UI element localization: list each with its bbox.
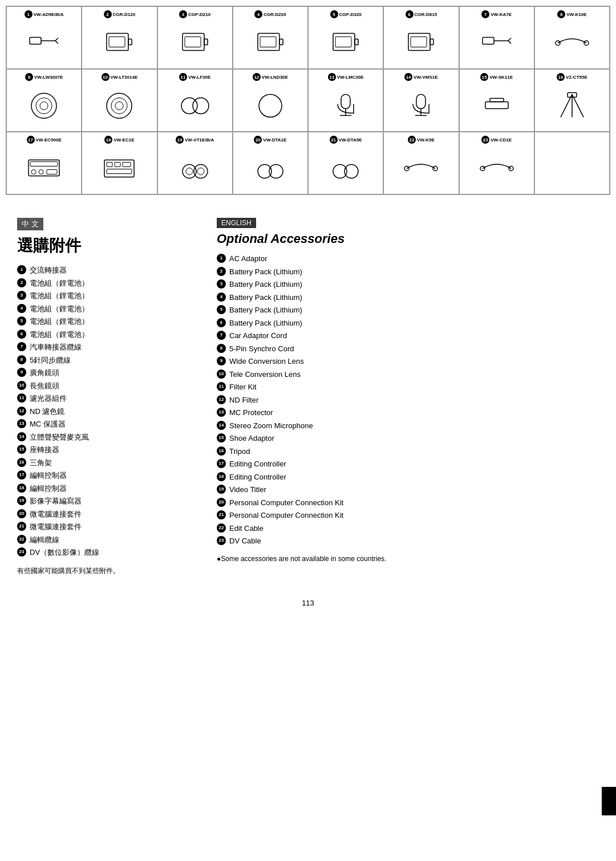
list-item: 21微電腦連接套件 [17,521,200,533]
item-number: 15 [17,445,26,454]
svg-point-32 [193,98,209,113]
title-zh: 選購附件 [17,235,200,257]
svg-rect-37 [416,94,425,108]
product-cell: 23 VW-CD1E [459,132,534,194]
product-number: 6 [406,10,414,18]
item-text-en: Tripod [229,446,250,457]
item-text-zh: 編輯控制器 [30,470,67,481]
list-item: 3電池組（鋰電池） [17,290,200,302]
svg-point-29 [111,98,127,113]
item-text-en: Editing Controller [229,458,286,470]
product-code: VW-CD1E [491,137,512,143]
title-en: Optional Accessories [217,232,599,246]
list-item: 23DV（數位影像）纜線 [17,547,200,558]
item-text-en: Filter Kit [229,381,257,393]
product-number: 8 [557,10,565,18]
svg-rect-8 [204,39,208,44]
item-number: 7 [217,331,226,340]
product-code: VW-DTA1E [263,137,286,143]
item-text-zh: 影像字幕編寫器 [30,496,82,507]
product-number: 4 [254,10,262,18]
product-code: VW-LMC30E [337,75,364,80]
product-image [386,21,456,65]
list-item: 2Battery Pack (Lithium) [217,266,599,278]
product-image [311,21,380,65]
item-number: 18 [17,484,26,493]
svg-point-33 [259,94,282,117]
product-label: 14 VW-VMS1E [404,73,438,81]
svg-point-28 [107,93,132,118]
product-code: VW-K10E [566,12,586,17]
item-text-en: MC Protector [229,407,273,419]
product-code: VW-VT1E/B/A [185,137,214,143]
item-text-zh: 編輯控制器 [30,483,67,494]
product-cell: 16 VZ-CT55E [534,69,610,132]
product-cell: 8 VW-K10E [534,6,610,69]
item-number: 12 [17,407,26,416]
svg-rect-12 [260,36,276,47]
product-code: VW-LF30E [188,75,210,80]
product-image [160,83,230,128]
item-number: 1 [217,254,226,263]
product-image [160,146,230,190]
product-code: VW-SK11E [489,75,513,80]
item-number: 17 [217,459,226,468]
product-label: 5 CGP-D320 [330,10,362,18]
item-number: 19 [217,485,226,494]
product-cell: 22 VW-K5E [383,132,459,194]
item-number: 19 [17,496,26,505]
product-image [84,146,154,190]
list-item: 18編輯控制器 [17,483,200,494]
item-number: 20 [217,498,226,507]
item-number: 10 [17,381,26,390]
item-number: 5 [17,316,26,326]
product-label: 23 VW-CD1E [481,136,512,144]
list-item: 10長焦鏡頭 [17,380,200,392]
list-item: 5Battery Pack (Lithium) [217,304,599,316]
list-item: 6Battery Pack (Lithium) [217,318,599,329]
product-code: VW-K5E [417,137,435,143]
svg-point-26 [36,98,52,113]
item-text-zh: 廣角鏡頭 [30,367,59,379]
list-item: 6電池組（鋰電池） [17,329,200,340]
item-text-en: Edit Cable [229,523,264,534]
item-text-en: Battery Pack (Lithium) [229,266,302,278]
product-cell: 11 VW-LF30E [157,69,233,132]
product-code: VW-LT3014E [111,75,138,80]
item-number: 4 [17,304,26,313]
product-image [462,83,532,128]
list-item: 14立體聲變聲麥克風 [17,432,200,443]
product-code: VW-AD9E/B/A [34,12,64,17]
product-label: 17 VW-EC500E [27,136,62,144]
tab-marker [602,787,616,815]
item-number: 22 [217,523,226,533]
product-label: 20 VW-DTA1E [254,136,286,144]
item-number: 17 [17,470,26,480]
product-number: 7 [481,10,489,18]
product-code: VW-LW3007E [34,75,63,80]
product-image [462,21,532,65]
product-label: 13 VW-LMC30E [328,73,364,81]
list-item: 5電池組（鋰電池） [17,316,200,327]
item-text-zh: 電池組（鋰電池） [30,278,89,289]
svg-line-2 [55,38,58,40]
item-text-en: DV Cable [229,535,261,547]
product-label: 16 VZ-CT55E [557,73,587,81]
item-number: 16 [217,446,226,456]
product-label: 18 VW-EC1E [104,136,134,144]
item-text-zh: 交流轉接器 [30,265,67,276]
product-number: 19 [176,136,184,144]
list-item: 13MC Protector [217,407,599,419]
svg-rect-54 [123,162,131,166]
item-number: 21 [217,510,226,519]
product-number: 20 [254,136,262,144]
item-text-en: AC Adaptor [229,253,268,265]
list-item: 9廣角鏡頭 [17,367,200,379]
item-number: 3 [17,291,26,300]
item-number: 14 [217,421,226,430]
list-item: 17編輯控制器 [17,470,200,481]
product-image [236,83,305,128]
list-item: 16三角架 [17,457,200,469]
product-image [236,21,305,65]
item-number: 2 [217,267,226,276]
